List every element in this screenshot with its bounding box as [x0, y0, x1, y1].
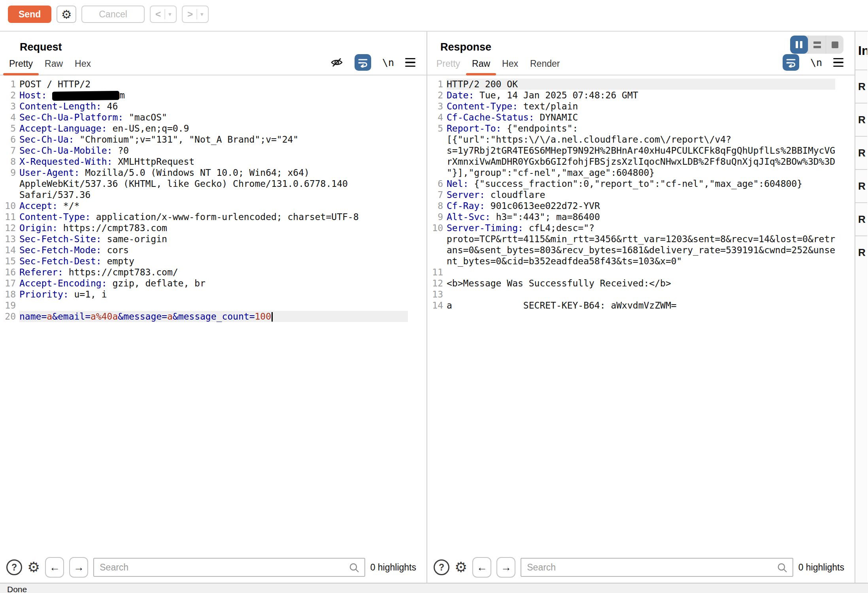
line-number: 10	[0, 200, 16, 211]
next-match-button[interactable]: →	[69, 557, 88, 578]
newline-chars-icon[interactable]: \n	[382, 57, 394, 68]
line-number: 7	[0, 145, 16, 156]
tab-render[interactable]: Render	[524, 55, 566, 75]
code-text[interactable]: Content-Type: text/plain	[447, 101, 835, 112]
code-line: 2Host: m	[0, 90, 426, 101]
code-text[interactable]: Sec-Fetch-Site: same-origin	[19, 233, 408, 245]
code-line: 9User-Agent: Mozilla/5.0 (Windows NT 10.…	[0, 167, 426, 200]
inspector-item[interactable]: R	[855, 202, 867, 235]
layout-rows-button[interactable]	[808, 36, 826, 54]
code-text[interactable]: Server: cloudflare	[447, 189, 835, 200]
code-line: 13Sec-Fetch-Site: same-origin	[0, 233, 426, 245]
line-number: 1	[427, 79, 443, 90]
send-settings-button[interactable]: ⚙	[57, 6, 76, 23]
line-number: 10	[427, 222, 443, 267]
code-text[interactable]	[447, 289, 835, 300]
request-editor[interactable]: 1POST / HTTP/22Host: m3Content-Length: 4…	[0, 75, 426, 554]
arrow-left-icon: ←	[49, 561, 60, 574]
inspector-item[interactable]: R	[855, 103, 867, 136]
code-text[interactable]: <b>Message Was Successfully Received:</b…	[447, 278, 835, 289]
code-text[interactable]: Cf-Ray: 901c0613ee022d72-YVR	[447, 200, 835, 211]
code-text[interactable]: Referer: https://cmpt783.com/	[19, 267, 408, 278]
code-text[interactable]: Alt-Svc: h3=":443"; ma=86400	[447, 211, 835, 222]
code-text[interactable]: Accept-Encoding: gzip, deflate, br	[19, 278, 408, 289]
code-text[interactable]: Content-Length: 46	[19, 101, 408, 112]
word-wrap-icon[interactable]	[783, 54, 799, 71]
code-text[interactable]: User-Agent: Mozilla/5.0 (Windows NT 10.0…	[19, 167, 408, 200]
code-text[interactable]: Accept-Language: en-US,en;q=0.9	[19, 123, 408, 134]
code-line: 12<b>Message Was Successfully Received:<…	[427, 278, 855, 289]
status-bar: Done	[0, 583, 868, 593]
inspector-item[interactable]: R	[855, 70, 867, 103]
line-number: 5	[0, 123, 16, 134]
code-text[interactable]: a SECRET-KEY-B64: aWxvdmVzZWM=	[447, 300, 835, 311]
request-panel: Request PrettyRawHex	[0, 32, 427, 583]
help-icon[interactable]: ?	[434, 559, 449, 575]
hide-eye-slash-icon[interactable]	[330, 57, 343, 68]
response-editor[interactable]: 1HTTP/2 200 OK2Date: Tue, 14 Jan 2025 07…	[427, 75, 855, 554]
tab-pretty[interactable]: Pretty	[430, 55, 466, 75]
code-text[interactable]: Sec-Fetch-Mode: cors	[19, 245, 408, 256]
cancel-button[interactable]: Cancel	[81, 6, 145, 23]
code-text[interactable]: Sec-Fetch-Dest: empty	[19, 256, 408, 267]
code-line: 20name=a&email=a%40a&message=a&message_c…	[0, 311, 426, 322]
code-text[interactable]: X-Requested-With: XMLHttpRequest	[19, 156, 408, 167]
chevron-left-icon: <	[152, 9, 164, 20]
code-text[interactable]: Accept: */*	[19, 200, 408, 211]
send-button[interactable]: Send	[8, 6, 51, 23]
inspector-item[interactable]: R	[855, 235, 867, 269]
tab-hex[interactable]: Hex	[69, 55, 97, 75]
code-text[interactable]: Server-Timing: cfL4;desc="?proto=TCP&rtt…	[447, 222, 835, 267]
code-text[interactable]: POST / HTTP/2	[19, 79, 408, 90]
response-search-input[interactable]	[521, 559, 792, 576]
code-text[interactable]: Cf-Cache-Status: DYNAMIC	[447, 112, 835, 123]
back-button[interactable]: < ▾	[150, 6, 177, 23]
tab-raw[interactable]: Raw	[466, 55, 496, 75]
request-search-input[interactable]	[94, 559, 364, 576]
code-text[interactable]: name=a&email=a%40a&message=a&message_cou…	[19, 311, 408, 322]
redaction-box	[52, 91, 119, 101]
response-tabbar: PrettyRawHexRender \n	[427, 55, 855, 75]
code-text[interactable]: Origin: https://cmpt783.com	[19, 222, 408, 233]
code-line: 10Server-Timing: cfL4;desc="?proto=TCP&r…	[427, 222, 855, 267]
forward-button[interactable]: > ▾	[182, 6, 209, 23]
tab-hex[interactable]: Hex	[496, 55, 524, 75]
chevron-down-icon[interactable]: ▾	[197, 11, 207, 18]
tab-pretty[interactable]: Pretty	[3, 55, 39, 75]
tab-raw[interactable]: Raw	[39, 55, 69, 75]
response-search-box	[521, 558, 793, 577]
code-text[interactable]: Date: Tue, 14 Jan 2025 07:48:26 GMT	[447, 90, 835, 101]
hamburger-menu-icon[interactable]	[833, 58, 843, 67]
word-wrap-icon[interactable]	[355, 54, 371, 71]
code-text[interactable]	[19, 300, 408, 311]
help-icon[interactable]: ?	[6, 559, 22, 575]
code-line: 1POST / HTTP/2	[0, 79, 426, 90]
chevron-down-icon[interactable]: ▾	[165, 11, 175, 18]
newline-chars-icon[interactable]: \n	[810, 57, 822, 68]
next-match-button[interactable]: →	[496, 557, 515, 578]
code-text[interactable]: Host: m	[19, 90, 408, 101]
code-text[interactable]: Priority: u=1, i	[19, 289, 408, 300]
hamburger-menu-icon[interactable]	[405, 58, 415, 67]
inspector-item[interactable]: R	[855, 136, 867, 169]
inspector-item[interactable]: R	[855, 169, 867, 202]
code-text[interactable]: HTTP/2 200 OK	[447, 79, 835, 90]
request-searchbar: ? ⚙ ← → 0 highlights	[0, 554, 426, 583]
layout-single-button[interactable]	[826, 36, 843, 54]
code-text[interactable]: Sec-Ch-Ua-Mobile: ?0	[19, 145, 408, 156]
code-text[interactable]	[447, 267, 835, 278]
code-text[interactable]: Sec-Ch-Ua: "Chromium";v="131", "Not_A Br…	[19, 134, 408, 145]
code-text[interactable]: Report-To: {"endpoints":[{"url":"https:\…	[447, 123, 835, 178]
search-settings-gear-icon[interactable]: ⚙	[27, 560, 40, 574]
layout-columns-button[interactable]	[790, 36, 808, 54]
code-text[interactable]: Sec-Ch-Ua-Platform: "macOS"	[19, 112, 408, 123]
response-searchbar: ? ⚙ ← → 0 highlights	[427, 554, 855, 583]
code-line: 6Nel: {"success_fraction":0,"report_to":…	[427, 178, 855, 189]
search-settings-gear-icon[interactable]: ⚙	[455, 560, 467, 574]
code-line: 11Content-Type: application/x-www-form-u…	[0, 211, 426, 222]
code-text[interactable]: Nel: {"success_fraction":0,"report_to":"…	[447, 178, 835, 189]
prev-match-button[interactable]: ←	[45, 557, 64, 578]
line-number: 11	[427, 267, 443, 278]
prev-match-button[interactable]: ←	[472, 557, 491, 578]
code-text[interactable]: Content-Type: application/x-www-form-url…	[19, 211, 408, 222]
